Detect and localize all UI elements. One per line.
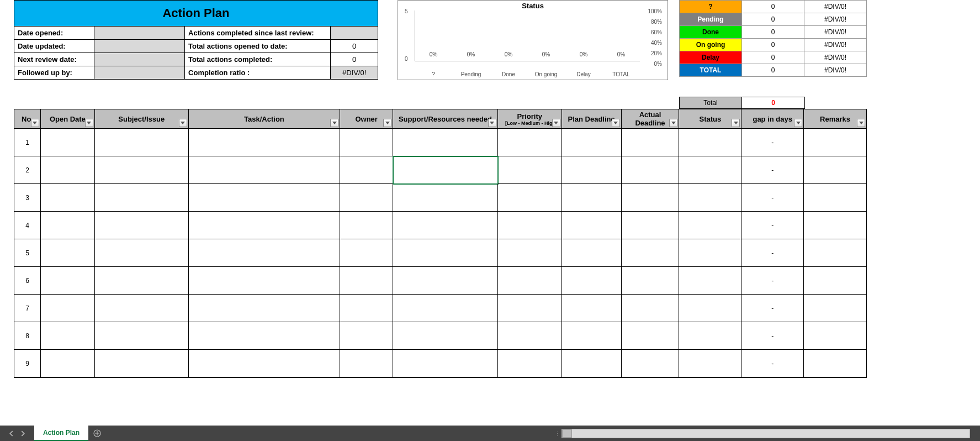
cell-own[interactable] xyxy=(340,239,393,267)
hdr-value[interactable] xyxy=(94,40,186,53)
column-header-subj[interactable]: Subject/Issue xyxy=(95,109,189,129)
cell-own[interactable] xyxy=(340,156,393,184)
column-header-task[interactable]: Task/Action xyxy=(189,109,341,129)
cell-stat[interactable] xyxy=(679,212,741,239)
column-header-act[interactable]: Actual Deadline xyxy=(622,109,680,129)
hdr-value[interactable]: #DIV/0! xyxy=(331,66,378,79)
cell-task[interactable] xyxy=(189,184,341,212)
cell-open[interactable] xyxy=(41,239,95,267)
cell-rem[interactable] xyxy=(804,322,866,350)
cell-gap[interactable]: - xyxy=(741,350,804,377)
cell-prio[interactable] xyxy=(498,350,562,377)
cell-prio[interactable] xyxy=(498,239,562,267)
cell-rem[interactable] xyxy=(804,184,866,212)
cell-subj[interactable] xyxy=(95,239,189,267)
cell-rem[interactable] xyxy=(804,295,866,322)
cell-supp[interactable] xyxy=(393,295,498,322)
sheet-tab-active[interactable]: Action Plan xyxy=(34,426,88,441)
cell-act[interactable] xyxy=(622,322,680,350)
cell-act[interactable] xyxy=(622,295,680,322)
column-header-plan[interactable]: Plan Deadline xyxy=(562,109,622,129)
cell-task[interactable] xyxy=(189,267,341,295)
cell-subj[interactable] xyxy=(95,295,189,322)
cell-no[interactable]: 6 xyxy=(14,267,41,295)
cell-no[interactable]: 1 xyxy=(14,129,41,156)
filter-button[interactable] xyxy=(31,119,39,127)
cell-own[interactable] xyxy=(340,212,393,239)
column-header-prio[interactable]: Priority[Low - Medium - Hig] xyxy=(498,109,562,129)
cell-plan[interactable] xyxy=(562,212,622,239)
cell-open[interactable] xyxy=(41,267,95,295)
cell-open[interactable] xyxy=(41,184,95,212)
cell-gap[interactable]: - xyxy=(741,212,804,239)
cell-task[interactable] xyxy=(189,295,341,322)
cell-no[interactable]: 5 xyxy=(14,239,41,267)
column-header-gap[interactable]: gap in days xyxy=(741,109,804,129)
cell-prio[interactable] xyxy=(498,212,562,239)
cell-task[interactable] xyxy=(189,212,341,239)
cell-plan[interactable] xyxy=(562,295,622,322)
filter-button[interactable] xyxy=(488,119,496,127)
filter-button[interactable] xyxy=(383,119,391,127)
cell-no[interactable]: 8 xyxy=(14,322,41,350)
cell-task[interactable] xyxy=(189,156,341,184)
cell-supp[interactable] xyxy=(393,322,498,350)
cell-subj[interactable] xyxy=(95,267,189,295)
cell-open[interactable] xyxy=(41,212,95,239)
cell-rem[interactable] xyxy=(804,350,866,377)
cell-prio[interactable] xyxy=(498,295,562,322)
cell-prio[interactable] xyxy=(498,129,562,156)
cell-act[interactable] xyxy=(622,184,680,212)
cell-open[interactable] xyxy=(41,322,95,350)
cell-own[interactable] xyxy=(340,322,393,350)
cell-supp[interactable] xyxy=(393,212,498,239)
cell-own[interactable] xyxy=(340,184,393,212)
cell-rem[interactable] xyxy=(804,267,866,295)
cell-plan[interactable] xyxy=(562,350,622,377)
cell-plan[interactable] xyxy=(562,156,622,184)
cell-prio[interactable] xyxy=(498,322,562,350)
column-header-own[interactable]: Owner xyxy=(340,109,393,129)
cell-stat[interactable] xyxy=(679,239,741,267)
cell-supp[interactable] xyxy=(393,156,498,184)
cell-task[interactable] xyxy=(189,322,341,350)
cell-open[interactable] xyxy=(41,156,95,184)
filter-button[interactable] xyxy=(612,119,620,127)
cell-plan[interactable] xyxy=(562,184,622,212)
cell-subj[interactable] xyxy=(95,156,189,184)
cell-rem[interactable] xyxy=(804,129,866,156)
filter-button[interactable] xyxy=(732,119,740,127)
column-header-no[interactable]: No. xyxy=(14,109,41,129)
cell-open[interactable] xyxy=(41,295,95,322)
cell-gap[interactable]: - xyxy=(741,184,804,212)
cell-supp[interactable] xyxy=(393,239,498,267)
cell-act[interactable] xyxy=(622,129,680,156)
cell-prio[interactable] xyxy=(498,184,562,212)
cell-task[interactable] xyxy=(189,129,341,156)
cell-rem[interactable] xyxy=(804,212,866,239)
cell-own[interactable] xyxy=(340,350,393,377)
column-header-rem[interactable]: Remarks xyxy=(804,109,866,129)
hdr-value[interactable] xyxy=(94,53,186,66)
cell-own[interactable] xyxy=(340,129,393,156)
cell-supp[interactable] xyxy=(393,267,498,295)
cell-act[interactable] xyxy=(622,156,680,184)
horizontal-scrollbar[interactable] xyxy=(561,429,970,438)
cell-gap[interactable]: - xyxy=(741,239,804,267)
cell-task[interactable] xyxy=(189,239,341,267)
cell-act[interactable] xyxy=(622,212,680,239)
cell-prio[interactable] xyxy=(498,156,562,184)
hdr-value[interactable] xyxy=(331,27,378,39)
new-sheet-button[interactable] xyxy=(88,426,106,441)
hdr-value[interactable] xyxy=(94,66,186,79)
cell-own[interactable] xyxy=(340,295,393,322)
cell-rem[interactable] xyxy=(804,156,866,184)
cell-plan[interactable] xyxy=(562,267,622,295)
cell-supp[interactable] xyxy=(393,129,498,156)
cell-gap[interactable]: - xyxy=(741,322,804,350)
cell-plan[interactable] xyxy=(562,239,622,267)
filter-button[interactable] xyxy=(179,119,187,127)
cell-act[interactable] xyxy=(622,239,680,267)
hdr-value[interactable]: 0 xyxy=(331,40,378,53)
filter-button[interactable] xyxy=(794,119,802,127)
